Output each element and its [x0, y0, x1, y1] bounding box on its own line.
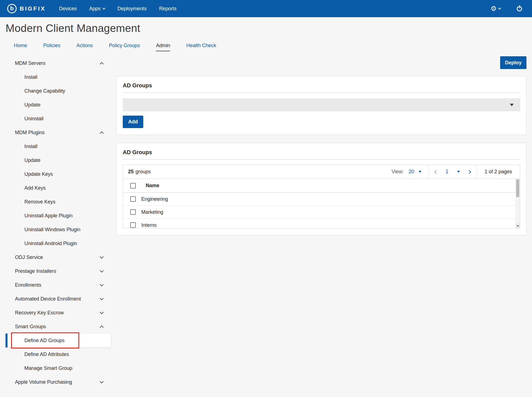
chevron-right-icon	[467, 170, 471, 174]
sidebar-item-uninstall-windows-plugin[interactable]: Uninstall Windows Plugin	[6, 223, 111, 236]
navbar-right: ⚙	[490, 5, 525, 12]
sidebar-item-label: Define AD Attributes	[24, 352, 69, 357]
page-title: Modern Client Management	[6, 22, 532, 34]
sidebar-item-prestage-installers[interactable]: Prestage Installers	[6, 264, 111, 278]
sidebar-item-mdm-plugins-install[interactable]: Install	[6, 139, 111, 153]
sidebar-item-add-keys[interactable]: Add Keys	[6, 181, 111, 195]
caret-down-icon	[419, 171, 421, 173]
settings-gear-icon[interactable]: ⚙	[490, 5, 501, 12]
prev-page-button[interactable]	[429, 165, 444, 179]
sidebar-item-mdm-plugins-update[interactable]: Update	[6, 153, 111, 167]
chevron-down-icon	[100, 255, 104, 259]
chevron-down-icon	[100, 310, 104, 314]
sidebar-item-mdm-servers[interactable]: MDM Servers	[6, 56, 111, 70]
sidebar-item-label: Install	[24, 74, 37, 80]
deploy-button[interactable]: Deploy	[500, 56, 526, 69]
sidebar-item-mdm-plugins[interactable]: MDM Plugins	[6, 126, 111, 139]
power-icon[interactable]	[517, 6, 522, 11]
page-size-select[interactable]: 20	[409, 165, 429, 179]
sidebar-item-remove-keys[interactable]: Remove Keys	[6, 195, 111, 209]
sidebar-item-label: Apple Volume Purchasing	[15, 379, 72, 385]
add-button[interactable]: Add	[123, 116, 143, 128]
sidebar-item-label: Define AD Groups	[24, 338, 65, 343]
ad-group-select[interactable]	[123, 98, 520, 111]
group-count-label: groups	[135, 169, 151, 175]
tab-actions[interactable]: Actions	[76, 43, 93, 51]
top-navbar: b BIGFIX Devices Apps Deployments Report…	[0, 0, 532, 17]
sidebar-item-manage-smart-group[interactable]: Manage Smart Group	[6, 361, 111, 375]
sidebar-item-label: Automated Device Enrollment	[15, 296, 81, 302]
sidebar-item-label: Update	[24, 102, 40, 108]
chevron-up-icon	[100, 62, 104, 66]
divider	[123, 159, 520, 160]
sidebar-item-automated-device-enrollment[interactable]: Automated Device Enrollment	[6, 292, 111, 306]
sidebar-item-update-keys[interactable]: Update Keys	[6, 167, 111, 181]
group-name: Engineering	[141, 196, 168, 202]
main-content: Deploy AD Groups Add AD Groups 25 groups	[116, 56, 526, 235]
sidebar-item-label: Uninstall Apple Plugin	[24, 213, 73, 219]
group-name: Marketing	[141, 209, 163, 215]
table-header-row: Name	[123, 179, 520, 193]
tab-admin[interactable]: Admin	[156, 43, 170, 51]
page-number-select[interactable]: 1	[444, 165, 462, 179]
sidebar-item-mdm-servers-install[interactable]: Install	[6, 70, 111, 84]
sidebar-item-define-ad-attributes[interactable]: Define AD Attributes	[6, 347, 111, 361]
scrollbar-thumb[interactable]	[516, 179, 519, 197]
sidebar-item-label: Smart Groups	[15, 324, 46, 330]
nav-deployments[interactable]: Deployments	[117, 6, 147, 12]
nav-devices[interactable]: Devices	[59, 6, 77, 12]
sidebar-item-label: Change Capability	[24, 88, 65, 94]
card-title: AD Groups	[123, 82, 520, 89]
scroll-down-button[interactable]	[516, 224, 520, 228]
nav-devices-label: Devices	[59, 6, 77, 12]
admin-sidebar: MDM Servers Install Change Capability Up…	[6, 56, 111, 389]
nav-apps[interactable]: Apps	[89, 6, 105, 12]
sidebar-item-label: Uninstall Android Plugin	[24, 241, 77, 246]
main-nav: Devices Apps Deployments Reports	[59, 6, 177, 12]
table-scrollbar[interactable]	[516, 179, 520, 228]
sidebar-item-mdm-servers-uninstall[interactable]: Uninstall	[6, 112, 111, 126]
sidebar-item-enrollments[interactable]: Enrollments	[6, 278, 111, 292]
sidebar-item-apple-volume-purchasing[interactable]: Apple Volume Purchasing	[6, 375, 111, 389]
tab-home[interactable]: Home	[14, 43, 27, 51]
sidebar-item-label: Uninstall Windows Plugin	[24, 227, 80, 233]
sidebar-item-define-ad-groups[interactable]: Define AD Groups	[6, 334, 111, 347]
sidebar-item-label: Update	[24, 157, 40, 163]
sidebar-item-label: Add Keys	[24, 185, 46, 191]
nav-deployments-label: Deployments	[117, 6, 147, 12]
next-page-button[interactable]	[462, 165, 477, 179]
sidebar-item-uninstall-android-plugin[interactable]: Uninstall Android Plugin	[6, 236, 111, 250]
tab-policy-groups[interactable]: Policy Groups	[109, 43, 140, 51]
table-row: Marketing	[123, 206, 520, 219]
select-all-checkbox[interactable]	[130, 183, 136, 189]
table-scroll-area: Name Engineering Marketing Interns	[123, 179, 520, 228]
divider	[123, 93, 520, 93]
sidebar-item-change-capability[interactable]: Change Capability	[6, 84, 111, 98]
sidebar-item-odj-service[interactable]: ODJ Service	[6, 250, 111, 264]
ad-groups-picker-card: AD Groups Add	[116, 76, 526, 135]
row-checkbox[interactable]	[130, 222, 136, 228]
chevron-down-icon	[498, 6, 501, 9]
sidebar-item-label: ODJ Service	[15, 255, 43, 260]
bigfix-logo[interactable]: b BIGFIX	[7, 4, 46, 13]
sidebar-item-mdm-servers-update[interactable]: Update	[6, 98, 111, 112]
table-row: Engineering	[123, 193, 520, 206]
sidebar-item-label: Remove Keys	[24, 199, 55, 205]
row-checkbox[interactable]	[130, 209, 136, 215]
sidebar-item-smart-groups[interactable]: Smart Groups	[6, 320, 111, 334]
brand-name: BIGFIX	[20, 5, 46, 12]
table-toolbar: 25 groups View: 20 1 1 of 2 pages	[123, 165, 520, 179]
nav-reports[interactable]: Reports	[159, 6, 177, 12]
sidebar-item-label: Install	[24, 144, 37, 149]
tab-policies[interactable]: Policies	[43, 43, 60, 51]
sidebar-item-label: MDM Plugins	[15, 130, 45, 136]
triangle-down-icon	[517, 225, 519, 227]
sidebar-item-label: Uninstall	[24, 116, 44, 122]
sidebar-item-label: Manage Smart Group	[24, 365, 72, 371]
nav-apps-label: Apps	[89, 6, 101, 12]
tab-health-check[interactable]: Health Check	[186, 43, 216, 51]
row-checkbox[interactable]	[130, 196, 136, 202]
sidebar-item-recovery-key-escrow[interactable]: Recovery Key Escrow	[6, 306, 111, 320]
sidebar-item-uninstall-apple-plugin[interactable]: Uninstall Apple Plugin	[6, 209, 111, 223]
page-size-value: 20	[409, 169, 414, 175]
